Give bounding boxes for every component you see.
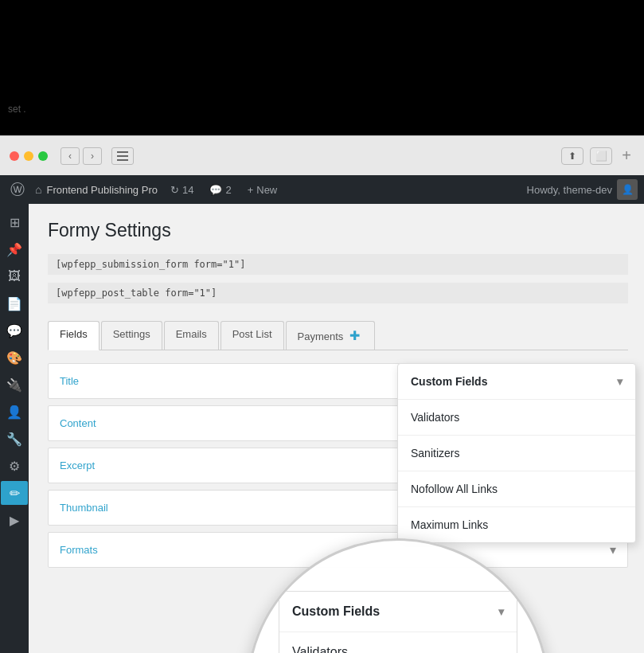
sidebar-item-dashboard[interactable]: ⊞ bbox=[1, 210, 28, 234]
updates-item[interactable]: ↻ 14 bbox=[164, 184, 200, 196]
zoom-dropdown-header: Custom Fields ▾ bbox=[279, 592, 517, 632]
howdy-label: Howdy, theme-dev bbox=[527, 184, 612, 196]
plus-icon: + bbox=[248, 184, 254, 196]
wp-bar-items: ↻ 14 💬 2 + New bbox=[164, 184, 283, 196]
tabs: Fields Settings Emails Post List Payment… bbox=[48, 321, 628, 350]
sidebar-item-video[interactable]: ▶ bbox=[1, 508, 28, 532]
sidebar-item-comments[interactable]: 💬 bbox=[1, 319, 28, 342]
new-label: New bbox=[256, 184, 277, 196]
top-black-bar: set . bbox=[0, 0, 644, 135]
dropdown-header: Custom Fields ▾ bbox=[398, 364, 635, 400]
dropdown-item-sanitizers[interactable]: Sanitizers bbox=[398, 436, 635, 471]
comment-icon: 💬 bbox=[209, 184, 222, 196]
field-formats-arrow: ▾ bbox=[610, 542, 616, 557]
sidebar-item-custom[interactable]: ✏ bbox=[1, 481, 28, 505]
nav-arrows: ‹ › bbox=[60, 147, 102, 165]
sidebar-item-appearance[interactable]: 🎨 bbox=[1, 346, 28, 370]
new-tab-button[interactable]: + bbox=[619, 147, 634, 165]
new-item[interactable]: + New bbox=[241, 184, 284, 196]
validators-label: Validators bbox=[411, 411, 459, 424]
top-subtitle: set . bbox=[8, 104, 26, 115]
back-button[interactable]: ‹ bbox=[60, 147, 80, 165]
zoom-dropdown-validators[interactable]: Validators bbox=[279, 632, 517, 653]
tab-payments[interactable]: Payments ✚ bbox=[286, 321, 375, 350]
wp-admin-bar: ⓦ ⌂ Frontend Publishing Pro ↻ 14 💬 2 + N… bbox=[0, 175, 644, 204]
share-button[interactable]: ⬆ bbox=[561, 147, 584, 165]
dropdown-item-validators[interactable]: Validators bbox=[398, 400, 635, 436]
comments-count: 2 bbox=[225, 184, 231, 196]
sidebar-item-settings[interactable]: ⚙ bbox=[1, 454, 28, 478]
sidebar-item-users[interactable]: 👤 bbox=[1, 400, 28, 424]
close-traffic-light[interactable] bbox=[10, 151, 19, 161]
tab-emails[interactable]: Emails bbox=[164, 321, 219, 350]
main-layout: ⊞ 📌 🖼 📄 💬 🎨 🔌 👤 🔧 ⚙ ✏ ▶ Formy Settings [… bbox=[0, 204, 644, 653]
resize-button[interactable]: ⬜ bbox=[590, 147, 612, 165]
sidebar-item-tools[interactable]: 🔧 bbox=[1, 427, 28, 451]
tab-fields[interactable]: Fields bbox=[48, 321, 100, 350]
refresh-icon: ↻ bbox=[170, 184, 179, 196]
svg-rect-2 bbox=[117, 159, 128, 161]
howdy-text: Howdy, theme-dev 👤 bbox=[527, 179, 638, 200]
fields-area: Title ▾ Content ▾ Excerpt ▾ Thumbnail ▾ … bbox=[48, 363, 628, 568]
svg-rect-1 bbox=[117, 155, 128, 157]
sidebar-item-plugins[interactable]: 🔌 bbox=[1, 373, 28, 397]
dropdown-item-max-links[interactable]: Maximum Links bbox=[398, 507, 635, 542]
updates-count: 14 bbox=[182, 184, 193, 196]
field-content-label: Content bbox=[60, 417, 96, 429]
shortcode-1[interactable]: [wpfepp_submission_form form="1"] bbox=[48, 254, 628, 275]
content-inner: Formy Settings [wpfepp_submission_form f… bbox=[29, 204, 644, 590]
maximize-traffic-light[interactable] bbox=[38, 151, 48, 161]
field-title-label: Title bbox=[60, 375, 79, 387]
field-thumbnail-label: Thumbnail bbox=[60, 502, 108, 514]
tab-post-list[interactable]: Post List bbox=[221, 321, 284, 350]
tab-plus-icon: ✚ bbox=[346, 323, 363, 349]
page-title: Formy Settings bbox=[48, 220, 628, 241]
zoom-content: Custom Fields ▾ Validators Sanitizers No… bbox=[271, 583, 525, 653]
shortcode-2[interactable]: [wpfepp_post_table form="1"] bbox=[48, 283, 628, 303]
wp-logo-icon: ⓦ bbox=[10, 180, 25, 199]
sidebar-item-posts[interactable]: 📌 bbox=[1, 237, 28, 261]
nofollow-label: Nofollow All Links bbox=[411, 483, 498, 495]
content-area: Formy Settings [wpfepp_submission_form f… bbox=[29, 204, 644, 653]
custom-fields-dropdown: Custom Fields ▾ Validators Sanitizers No… bbox=[397, 363, 636, 543]
field-excerpt-label: Excerpt bbox=[60, 459, 95, 471]
dropdown-header-label: Custom Fields bbox=[411, 375, 487, 388]
svg-rect-0 bbox=[117, 151, 128, 153]
zoom-custom-fields-label: Custom Fields bbox=[292, 604, 380, 619]
minimize-traffic-light[interactable] bbox=[24, 151, 33, 161]
comments-item[interactable]: 💬 2 bbox=[203, 184, 237, 196]
avatar: 👤 bbox=[617, 179, 638, 200]
forward-button[interactable]: › bbox=[83, 147, 102, 165]
wp-logo[interactable]: ⓦ bbox=[6, 178, 29, 201]
zoom-dropdown-arrow: ▾ bbox=[498, 605, 504, 618]
tab-settings[interactable]: Settings bbox=[101, 321, 162, 350]
wp-bar-site[interactable]: ⌂ Frontend Publishing Pro bbox=[29, 183, 164, 196]
max-links-label: Maximum Links bbox=[411, 518, 488, 531]
browser-actions: ⬆ ⬜ + bbox=[561, 147, 634, 165]
sanitizers-label: Sanitizers bbox=[411, 447, 459, 459]
sidebar-toggle-icon bbox=[117, 151, 128, 161]
top-label bbox=[8, 52, 159, 76]
sidebar-item-media[interactable]: 🖼 bbox=[1, 264, 28, 288]
dropdown-header-arrow: ▾ bbox=[617, 375, 623, 388]
zoom-validators-label: Validators bbox=[292, 645, 348, 653]
sidebar-item-pages[interactable]: 📄 bbox=[1, 291, 28, 315]
home-icon: ⌂ bbox=[35, 183, 41, 196]
browser-chrome: ‹ › ⬆ ⬜ + bbox=[0, 135, 644, 175]
traffic-lights bbox=[10, 151, 48, 161]
sidebar-toggle-button[interactable] bbox=[111, 147, 134, 165]
zoom-border-box: Custom Fields ▾ Validators Sanitizers No… bbox=[279, 591, 517, 653]
dropdown-item-nofollow[interactable]: Nofollow All Links bbox=[398, 471, 635, 507]
field-formats-label: Formats bbox=[60, 544, 98, 556]
site-name: Frontend Publishing Pro bbox=[46, 184, 157, 196]
wp-sidebar: ⊞ 📌 🖼 📄 💬 🎨 🔌 👤 🔧 ⚙ ✏ ▶ bbox=[0, 204, 29, 653]
shortcodes: [wpfepp_submission_form form="1"] [wpfep… bbox=[48, 254, 628, 308]
